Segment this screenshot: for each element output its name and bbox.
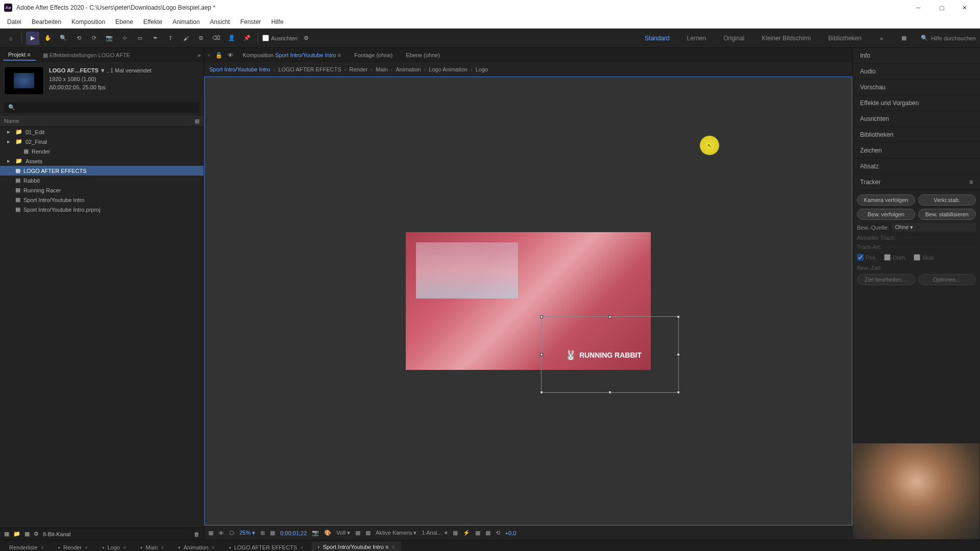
project-item[interactable]: ▦LOGO AFTER EFFECTS: [0, 166, 204, 176]
breadcrumb-item[interactable]: Logo: [476, 66, 488, 72]
tab-effect-controls[interactable]: ▦ Effekteinstellungen LOGO AFTE: [38, 50, 135, 61]
snap-options-icon[interactable]: ⚙: [300, 32, 313, 45]
breadcrumb-item[interactable]: Animation: [396, 66, 421, 72]
rect-tool-icon[interactable]: ▭: [133, 32, 146, 45]
mask-icon[interactable]: ⬡: [229, 530, 234, 536]
tab-komposition[interactable]: Komposition Sport Intro/Youtube Intro ≡: [238, 50, 345, 60]
breadcrumb-item[interactable]: Logo Animation: [429, 66, 468, 72]
panel-absatz[interactable]: Absatz: [853, 159, 980, 174]
track-motion-button[interactable]: Bew. verfolgen: [857, 209, 915, 220]
close-button[interactable]: ✕: [953, 0, 976, 15]
resolution-dropdown[interactable]: Voll ▾: [336, 530, 350, 536]
puppet-tool-icon[interactable]: 📌: [240, 32, 254, 45]
menu-ebene[interactable]: Ebene: [110, 16, 138, 28]
timeline-tab[interactable]: ▪ Animation ×: [173, 542, 221, 551]
workspace-standard[interactable]: Standard: [641, 33, 674, 44]
guides-icon[interactable]: ▦: [270, 530, 275, 536]
reset-exposure-icon[interactable]: ⟲: [496, 530, 500, 536]
warp-stabilize-button[interactable]: Verkr.stab.: [918, 194, 976, 206]
panel-info[interactable]: Info: [853, 48, 980, 64]
new-comp-icon[interactable]: ▦: [24, 531, 30, 537]
project-item[interactable]: ▦Render: [0, 146, 204, 156]
menu-datei[interactable]: Datei: [2, 16, 27, 28]
anchor-tool-icon[interactable]: ⊹: [118, 32, 131, 45]
menu-ansicht[interactable]: Ansicht: [205, 16, 235, 28]
panel-audio[interactable]: Audio: [853, 64, 980, 80]
eraser-tool-icon[interactable]: ⌫: [210, 32, 223, 45]
menu-komposition[interactable]: Komposition: [66, 16, 110, 28]
breadcrumb-item[interactable]: Sport Intro/Youtube Intro: [209, 66, 270, 72]
workspace-more-icon[interactable]: »: [875, 32, 888, 45]
menu-fenster[interactable]: Fenster: [235, 16, 266, 28]
panel-bibliotheken[interactable]: Bibliotheken: [853, 127, 980, 143]
col-name[interactable]: Name: [4, 118, 19, 124]
menu-bearbeiten[interactable]: Bearbeiten: [27, 16, 66, 28]
menu-hilfe[interactable]: Hilfe: [266, 16, 288, 28]
comp-eye-icon[interactable]: 👁: [228, 52, 233, 58]
workspace-lernen[interactable]: Lernen: [683, 33, 710, 44]
breadcrumb-item[interactable]: LOGO AFTER EFFECTS: [278, 66, 341, 72]
workspace-original[interactable]: Original: [719, 33, 748, 44]
hand-tool-icon[interactable]: ✋: [41, 32, 55, 45]
project-item[interactable]: ▦Sport Intro/Youtube Intro: [0, 195, 204, 205]
track-camera-button[interactable]: Kamera verfolgen: [857, 194, 915, 206]
help-search-input[interactable]: Hilfe durchsuchen: [931, 35, 976, 41]
roto-tool-icon[interactable]: 👤: [225, 32, 238, 45]
minimize-button[interactable]: ─: [907, 0, 930, 15]
tab-footage[interactable]: Footage (ohne): [350, 50, 397, 60]
alpha-icon[interactable]: ▦: [208, 530, 213, 536]
orbit-tool-icon[interactable]: ⟲: [72, 32, 85, 45]
3d-icon[interactable]: ▦: [453, 530, 458, 536]
comp-close-icon[interactable]: ×: [207, 52, 210, 58]
workspace-panel-icon[interactable]: ▦: [897, 32, 911, 45]
timeline-icon[interactable]: ▦: [475, 530, 480, 536]
workspace-bibliotheken[interactable]: Bibliotheken: [824, 33, 866, 44]
label-col-icon[interactable]: ▦: [194, 118, 200, 124]
maximize-button[interactable]: ▢: [930, 0, 953, 15]
grid-icon[interactable]: ⊞: [260, 530, 265, 536]
project-item[interactable]: ▸📁Assets: [0, 156, 204, 166]
panel-tracker[interactable]: Tracker≡: [853, 174, 980, 190]
camera-dropdown[interactable]: Aktive Kamera ▾: [376, 530, 417, 536]
tab-ebene[interactable]: Ebene (ohne): [402, 50, 444, 60]
panel-effekte-vorgaben[interactable]: Effekte und Vorgaben: [853, 95, 980, 111]
rotate-tool-icon[interactable]: ⟳: [87, 32, 101, 45]
zoom-dropdown[interactable]: 25% ▾: [239, 530, 255, 536]
bit-depth-label[interactable]: 8-Bit-Kanal: [43, 531, 70, 537]
composition-viewer[interactable]: 🐰 RUNNING RABBIT ↖: [204, 77, 852, 525]
tab-project[interactable]: Projekt ≡: [3, 49, 36, 61]
home-icon[interactable]: ⌂: [4, 32, 17, 45]
project-item[interactable]: ▦Running Racer: [0, 185, 204, 195]
camera-tool-icon[interactable]: 📷: [103, 32, 116, 45]
panel-vorschau[interactable]: Vorschau: [853, 80, 980, 95]
clone-tool-icon[interactable]: ⧉: [194, 32, 208, 45]
timeline-tab[interactable]: ▪ Render ×: [52, 542, 94, 551]
exposure-value[interactable]: +0,0: [505, 530, 517, 536]
trash-icon[interactable]: 🗑: [194, 531, 200, 537]
motion-source-dropdown[interactable]: Ohne ▾: [892, 223, 976, 232]
roi-icon[interactable]: ▦: [355, 530, 360, 536]
breadcrumb-item[interactable]: Render: [349, 66, 368, 72]
panel-zeichen[interactable]: Zeichen: [853, 143, 980, 159]
panel-more-icon[interactable]: »: [198, 52, 201, 58]
pen-tool-icon[interactable]: ✒: [149, 32, 162, 45]
text-tool-icon[interactable]: T: [164, 32, 177, 45]
transparency-icon[interactable]: ▦: [365, 530, 371, 536]
new-folder-icon[interactable]: 📁: [13, 531, 20, 537]
project-item[interactable]: ▦Sport Intro/Youtube Intro.prproj: [0, 205, 204, 214]
panel-ausrichten[interactable]: Ausrichten: [853, 111, 980, 127]
zoom-tool-icon[interactable]: 🔍: [57, 32, 70, 45]
timeline-tab[interactable]: ▪ Sport Intro/Youtube Intro ≡ ×: [312, 542, 401, 551]
brush-tool-icon[interactable]: 🖌: [179, 32, 192, 45]
snapshot-icon[interactable]: 📷: [312, 530, 319, 536]
workspace-kleiner[interactable]: Kleiner Bildschirm: [758, 33, 815, 44]
fast-preview-icon[interactable]: ⚡: [463, 530, 470, 536]
timeline-tab[interactable]: ▪ Logo ×: [96, 542, 133, 551]
current-time[interactable]: 0;00;01;22: [280, 530, 307, 536]
project-item[interactable]: ▸📁01_Edit: [0, 127, 204, 137]
selection-tool-icon[interactable]: ▶: [26, 32, 39, 45]
project-item[interactable]: ▦Rabbit: [0, 176, 204, 185]
snap-checkbox[interactable]: [262, 35, 269, 41]
timeline-tab[interactable]: ▪ LOGO AFTER EFFECTS ×: [223, 542, 310, 551]
flowchart-icon[interactable]: ▦: [485, 530, 491, 536]
